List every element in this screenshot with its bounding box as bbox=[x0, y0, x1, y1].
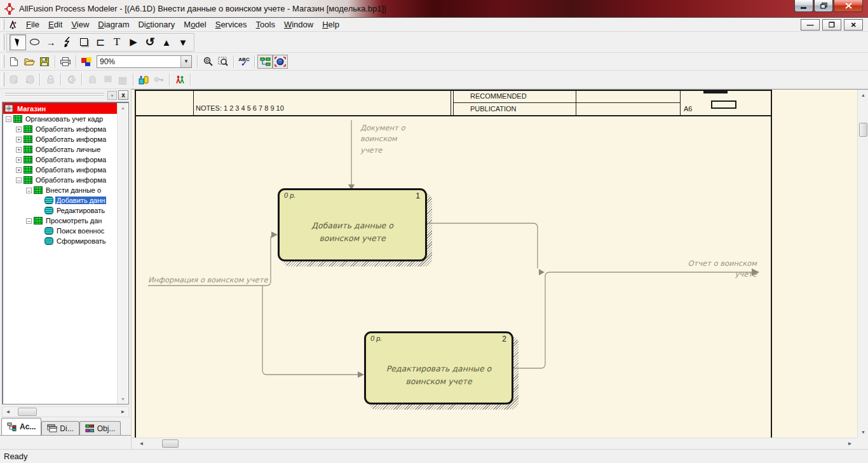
squiggle-tool-button[interactable] bbox=[59, 34, 76, 50]
mdi-close-button[interactable]: ✕ bbox=[844, 19, 863, 31]
print-button[interactable] bbox=[58, 55, 73, 69]
mdi-restore-button[interactable]: ❐ bbox=[822, 19, 841, 31]
menu-services[interactable]: Services bbox=[211, 18, 252, 31]
role-button[interactable] bbox=[172, 73, 187, 86]
menu-diagram[interactable]: Diagram bbox=[93, 18, 133, 31]
tree-item-9[interactable]: Редактировать bbox=[3, 205, 117, 216]
tree-item-10[interactable]: –Просмотреть дан bbox=[3, 216, 117, 226]
save-button[interactable] bbox=[37, 55, 52, 69]
expand-icon[interactable]: + bbox=[16, 167, 22, 173]
close-button[interactable] bbox=[834, 0, 863, 12]
tab-activities[interactable]: Ac... bbox=[1, 418, 41, 435]
pointer-tool-button[interactable] bbox=[10, 34, 26, 50]
menu-help[interactable]: Help bbox=[318, 18, 344, 31]
menu-edit[interactable]: Edit bbox=[44, 18, 67, 31]
diagram-horizontal-scrollbar[interactable]: ◄ ► bbox=[132, 438, 857, 449]
collapse-icon[interactable]: – bbox=[16, 177, 22, 183]
diagram-vertical-scrollbar[interactable]: ▲ ▼ bbox=[857, 90, 868, 438]
tree-item-1[interactable]: +Обработать информа bbox=[3, 124, 117, 134]
arrow-label-report[interactable]: Отчет о воинском учете bbox=[664, 258, 757, 280]
collapse-icon[interactable]: – bbox=[6, 116, 11, 122]
tree-item-6[interactable]: –Обработать информа bbox=[3, 175, 117, 185]
menu-model[interactable]: Model bbox=[179, 18, 210, 31]
datastore-button[interactable] bbox=[136, 73, 151, 86]
activity-box-1[interactable]: 0 р. 1 Добавить данные о воинском учете bbox=[278, 188, 427, 261]
diagram-hscroll-thumb[interactable] bbox=[162, 439, 179, 448]
pane-dropdown-button[interactable]: ▼ bbox=[107, 91, 117, 100]
menu-dictionary[interactable]: Dictionary bbox=[133, 18, 179, 31]
pane-close-button[interactable]: x bbox=[118, 90, 128, 100]
store-blob-icon bbox=[10, 75, 19, 84]
tree-item-3[interactable]: +Обработать личные bbox=[3, 144, 117, 155]
zoom-combo-arrow[interactable]: ▼ bbox=[180, 56, 191, 67]
tree-item-12[interactable]: Сформировать bbox=[3, 236, 117, 246]
mdi-minimize-button[interactable]: — bbox=[801, 19, 820, 31]
diagram-canvas[interactable]: NOTES: 1 2 3 4 5 6 7 8 9 10 RECOMMENDED … bbox=[132, 89, 868, 449]
tree-scroll-up-icon[interactable]: ▲ bbox=[119, 104, 127, 112]
activity-box-2[interactable]: 0 р. 2 Редактировать данные о воинском у… bbox=[364, 331, 513, 404]
collapse-icon[interactable]: – bbox=[26, 188, 32, 193]
goto-parent-button[interactable]: ↺ bbox=[142, 34, 158, 50]
tree-item-2[interactable]: +Обработать информа bbox=[3, 134, 117, 144]
diagram-scroll-down-icon[interactable]: ▼ bbox=[859, 428, 867, 436]
down-level-button[interactable]: ▼ bbox=[175, 34, 191, 50]
zoom-button[interactable] bbox=[200, 55, 215, 69]
zoom-value: 90% bbox=[97, 57, 180, 66]
external-reference-tool-button[interactable]: ⊏ bbox=[92, 34, 109, 50]
tab-diagrams[interactable]: Di... bbox=[41, 421, 79, 435]
tree-item-0[interactable]: –Организовать учет кадр bbox=[3, 114, 117, 124]
diagram-scroll-left-icon[interactable]: ◄ bbox=[137, 439, 146, 448]
tree-item-8[interactable]: Добавить данн bbox=[3, 195, 117, 205]
tree-item-11[interactable]: Поиск военнос bbox=[3, 226, 117, 236]
menubar-grip[interactable] bbox=[1, 19, 4, 30]
diagram-vscroll-thumb[interactable] bbox=[859, 123, 867, 137]
diagram-window-icon[interactable] bbox=[8, 20, 18, 30]
tree-vertical-scrollbar[interactable]: ▲ ▼ bbox=[117, 103, 128, 404]
diagram-scroll-up-icon[interactable]: ▲ bbox=[859, 91, 867, 99]
toolbar2-grip[interactable] bbox=[1, 55, 4, 69]
activity-box-tool-button[interactable] bbox=[26, 34, 43, 50]
spell-check-button[interactable]: ABC✓ bbox=[236, 55, 252, 69]
zoom-area-button[interactable] bbox=[215, 55, 231, 69]
tree-horizontal-scrollbar[interactable]: ◄ ► bbox=[2, 406, 129, 417]
arrow-label-document[interactable]: Документ о воинском учете bbox=[360, 123, 412, 156]
restore-button[interactable] bbox=[814, 0, 833, 12]
collapse-icon[interactable]: – bbox=[26, 218, 32, 224]
toolbar1-grip[interactable] bbox=[1, 34, 4, 50]
expand-icon[interactable]: + bbox=[16, 127, 22, 132]
pane-drag-handle[interactable] bbox=[5, 93, 104, 96]
toolbar3-grip[interactable] bbox=[1, 73, 4, 86]
menu-view[interactable]: View bbox=[67, 18, 93, 31]
goto-child-button[interactable]: ▶ bbox=[125, 34, 142, 50]
kit-locator-bar bbox=[703, 90, 728, 93]
minimize-button[interactable] bbox=[794, 0, 813, 12]
expand-icon[interactable]: + bbox=[16, 147, 22, 153]
expand-icon[interactable]: + bbox=[16, 137, 22, 142]
tree-scroll-right-icon[interactable]: ► bbox=[118, 408, 128, 416]
activity-icon bbox=[24, 166, 32, 174]
up-level-button[interactable]: ▲ bbox=[158, 34, 175, 50]
expand-icon[interactable]: + bbox=[16, 157, 22, 163]
tree-hscroll-thumb[interactable] bbox=[18, 408, 37, 416]
arrow-label-information[interactable]: Информация о воинском учете bbox=[148, 275, 294, 286]
new-button[interactable] bbox=[6, 55, 22, 69]
text-tool-button[interactable]: T bbox=[109, 34, 125, 50]
menu-window[interactable]: Window bbox=[280, 18, 318, 31]
tree-item-4[interactable]: +Обработать информа bbox=[3, 155, 117, 165]
tree-model-root[interactable]: Магазин bbox=[3, 103, 117, 114]
model-explorer-button[interactable] bbox=[257, 55, 273, 69]
tree-item-5[interactable]: +Обработать информа bbox=[3, 165, 117, 175]
menu-file[interactable]: File bbox=[22, 18, 44, 31]
tree-item-7[interactable]: –Внести данные о bbox=[3, 185, 117, 195]
tab-objects[interactable]: Obj... bbox=[79, 421, 121, 435]
open-button[interactable] bbox=[22, 55, 37, 69]
tree-scroll-down-icon[interactable]: ▼ bbox=[119, 395, 127, 403]
menu-tools[interactable]: Tools bbox=[252, 18, 280, 31]
arrow-tool-button[interactable]: → bbox=[43, 34, 59, 50]
model-mart-button[interactable] bbox=[273, 55, 288, 69]
zoom-combobox[interactable]: 90% ▼ bbox=[97, 55, 192, 68]
box-tool-button[interactable] bbox=[76, 34, 92, 50]
diagram-scroll-right-icon[interactable]: ► bbox=[845, 439, 855, 448]
color-palette-button[interactable] bbox=[79, 55, 94, 69]
tree-scroll-left-icon[interactable]: ◄ bbox=[3, 408, 13, 416]
